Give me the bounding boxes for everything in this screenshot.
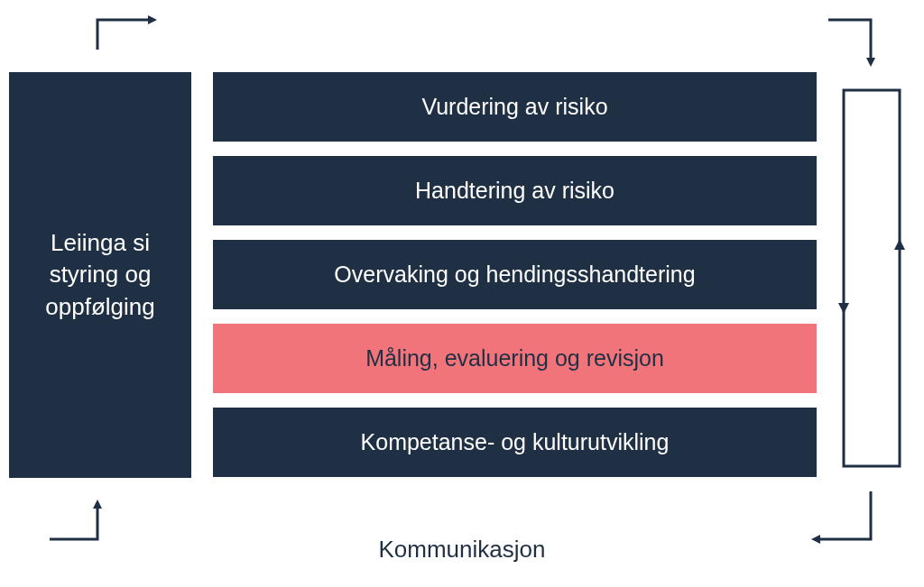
- arrow-bottom-left-path: [50, 503, 97, 539]
- sidebar-panel: Leiinga si styring og oppfølging: [9, 72, 191, 478]
- block-label: Overvaking og hendingsshandtering: [334, 261, 695, 288]
- bottom-label: Kommunikasjon: [0, 536, 924, 564]
- arrow-bottom-right-icon: [815, 491, 871, 539]
- arrow-up-icon: [894, 239, 905, 250]
- block-handtering: Handtering av risiko: [213, 156, 817, 225]
- arrow-top-right-icon: [828, 20, 871, 63]
- block-stack: Vurdering av risiko Handtering av risiko…: [213, 72, 817, 478]
- diagram-container: Leiinga si styring og oppfølging Vurderi…: [9, 72, 817, 478]
- block-label: Vurdering av risiko: [421, 94, 607, 120]
- block-label: Kompetanse- og kulturutvikling: [361, 429, 670, 455]
- arrow-down-icon: [838, 303, 849, 314]
- block-vurdering: Vurdering av risiko: [213, 72, 817, 142]
- block-label: Måling, evaluering og revisjon: [365, 345, 664, 371]
- sidebar-label: Leiinga si styring og oppfølging: [16, 227, 184, 322]
- block-kompetanse: Kompetanse- og kulturutvikling: [213, 408, 817, 477]
- block-maling: Måling, evaluering og revisjon: [213, 324, 817, 393]
- right-loop-rect: [844, 90, 900, 466]
- block-overvaking: Overvaking og hendingsshandtering: [213, 240, 817, 309]
- block-label: Handtering av risiko: [415, 178, 614, 204]
- arrow-top-left-icon: [97, 20, 153, 50]
